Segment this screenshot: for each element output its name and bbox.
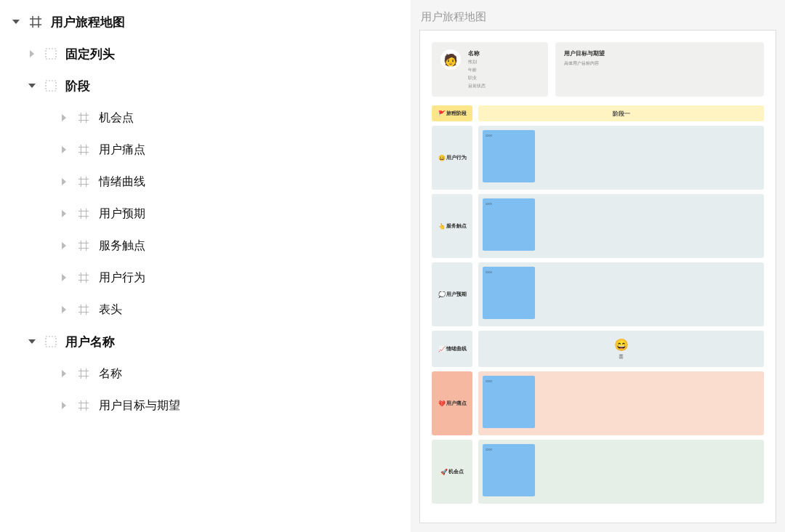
tree-item-emotion[interactable]: 情绪曲线 (3, 166, 408, 198)
label-text: 用户痛点 (446, 400, 467, 407)
persona-info: 名称 性别 年龄 职业 目前状态 (468, 49, 486, 89)
tree-item-stage[interactable]: 阶段 (3, 70, 408, 102)
tree-item-username[interactable]: 用户名称 (3, 326, 408, 358)
sticky-note[interactable]: xxx (483, 130, 535, 182)
chevron-right-icon[interactable] (60, 305, 68, 314)
journey-grid: 🚩 旅程阶段 阶段一 😀 用户行为 xxx 👆 服务触点 (432, 105, 764, 504)
sticky-note[interactable]: xxx (483, 376, 535, 428)
frame-icon (77, 271, 90, 284)
canvas[interactable]: 🧑 名称 性别 年龄 职业 目前状态 用户目标与期望 具体用户目标内容 🚩 旅程… (419, 30, 776, 523)
tree-item-expectation[interactable]: 用户预期 (3, 198, 408, 230)
chevron-right-icon[interactable] (28, 49, 36, 58)
svg-rect-4 (46, 49, 56, 59)
row-stage[interactable]: 😄 喜 (478, 331, 764, 367)
row-label[interactable]: 👆 服务触点 (432, 194, 472, 258)
persona-card[interactable]: 🧑 名称 性别 年龄 职业 目前状态 (432, 42, 548, 97)
grid-row-painpoint: 💔 用户痛点 xxx (432, 371, 764, 435)
row-label[interactable]: 😀 用户行为 (432, 126, 472, 190)
label-text: 旅程阶段 (446, 110, 467, 117)
grid-row-behavior: 😀 用户行为 xxx (432, 126, 764, 190)
row-label[interactable]: 💔 用户痛点 (432, 371, 472, 435)
label-text: 情绪曲线 (446, 345, 467, 352)
tree-label: 机会点 (99, 110, 408, 126)
chevron-right-icon[interactable] (60, 145, 68, 154)
frame-icon (77, 207, 90, 220)
chevron-right-icon[interactable] (60, 177, 68, 186)
svg-rect-5 (46, 81, 56, 91)
grid-header-stage[interactable]: 阶段一 (478, 105, 764, 121)
tree-item-fixed-header[interactable]: 固定列头 (3, 38, 408, 70)
emoji-icon: 😀 (438, 155, 446, 161)
tree-item-name[interactable]: 名称 (3, 358, 408, 390)
grid-header-label[interactable]: 🚩 旅程阶段 (432, 105, 472, 121)
frame-icon (77, 399, 90, 412)
chevron-right-icon[interactable] (60, 241, 68, 250)
row-label[interactable]: 💭 用户预期 (432, 262, 472, 326)
grid-row-expectation: 💭 用户预期 xxx (432, 262, 764, 326)
goals-title: 用户目标与期望 (564, 49, 755, 57)
emoji-icon: 💔 (438, 400, 446, 407)
sticky-note[interactable]: xxx (483, 444, 535, 496)
row-label[interactable]: 🚀 机会点 (432, 440, 472, 504)
tree-item-painpoint[interactable]: 用户痛点 (3, 134, 408, 166)
tree-item-goals[interactable]: 用户目标与期望 (3, 390, 408, 422)
grid-header-row: 🚩 旅程阶段 阶段一 (432, 105, 764, 121)
label-text: 机会点 (448, 468, 464, 475)
row-stage[interactable]: xxx (478, 194, 764, 258)
chevron-right-icon[interactable] (60, 273, 68, 282)
tree-label: 用户名称 (65, 334, 408, 350)
preview-panel: 用户旅程地图 🧑 名称 性别 年龄 职业 目前状态 用户目标与期望 具体用户目标… (411, 0, 785, 532)
tree-label: 用户行为 (99, 270, 408, 286)
persona-line: 目前状态 (468, 83, 486, 89)
frame-icon (29, 15, 42, 28)
face-label: 喜 (619, 353, 624, 360)
tree-label: 用户痛点 (99, 142, 408, 158)
face-icon: 😄 (614, 338, 629, 352)
chevron-down-icon[interactable] (28, 337, 36, 346)
frame-icon (77, 367, 90, 380)
tree-item-touchpoint[interactable]: 服务触点 (3, 230, 408, 262)
group-icon (45, 80, 57, 92)
emoji-icon: 📈 (438, 346, 446, 352)
grid-row-touchpoint: 👆 服务触点 xxx (432, 194, 764, 258)
row-label[interactable]: 📈 情绪曲线 (432, 331, 472, 367)
row-stage[interactable]: xxx (478, 126, 764, 190)
sticky-note[interactable]: xxx (483, 198, 535, 251)
tree-item-chance[interactable]: 机会点 (3, 102, 408, 134)
group-icon (45, 48, 57, 60)
goals-card[interactable]: 用户目标与期望 具体用户目标内容 (555, 42, 764, 97)
grid-row-chance: 🚀 机会点 xxx (432, 440, 764, 504)
chevron-right-icon[interactable] (60, 369, 68, 378)
persona-line: 年龄 (468, 67, 486, 73)
label-text: 服务触点 (446, 222, 467, 230)
tree-label: 情绪曲线 (99, 174, 408, 190)
row-stage[interactable]: xxx (478, 262, 764, 326)
chevron-right-icon[interactable] (60, 401, 68, 410)
group-icon (45, 336, 57, 347)
chevron-down-icon[interactable] (28, 81, 36, 90)
preview-title: 用户旅程地图 (419, 7, 776, 30)
tree-label: 阶段 (65, 78, 408, 94)
frame-icon (77, 239, 90, 252)
persona-line: 职业 (468, 75, 486, 81)
label-text: 用户预期 (446, 291, 467, 298)
row-stage[interactable]: xxx (478, 371, 764, 435)
tree-item-root[interactable]: 用户旅程地图 (3, 6, 408, 38)
frame-icon (77, 175, 90, 188)
tree-label: 用户目标与期望 (99, 398, 408, 414)
emoji-icon: 🚀 (440, 469, 448, 475)
chevron-down-icon[interactable] (12, 17, 20, 26)
tree-item-table-header[interactable]: 表头 (3, 294, 408, 326)
tree-label: 表头 (99, 302, 408, 318)
frame-icon (77, 303, 90, 316)
header-cards: 🧑 名称 性别 年龄 职业 目前状态 用户目标与期望 具体用户目标内容 (432, 42, 764, 97)
chevron-right-icon[interactable] (60, 209, 68, 218)
emoji-icon: 💭 (438, 291, 446, 298)
tree-item-behavior[interactable]: 用户行为 (3, 262, 408, 294)
sticky-note[interactable]: xxx (483, 267, 535, 319)
row-stage[interactable]: xxx (478, 440, 764, 504)
flag-icon: 🚩 (438, 110, 446, 117)
chevron-right-icon[interactable] (60, 113, 68, 122)
outline-tree: 用户旅程地图 固定列头 阶段 机会点 用户痛点 情绪曲线 (0, 0, 411, 532)
persona-name: 名称 (468, 49, 486, 57)
